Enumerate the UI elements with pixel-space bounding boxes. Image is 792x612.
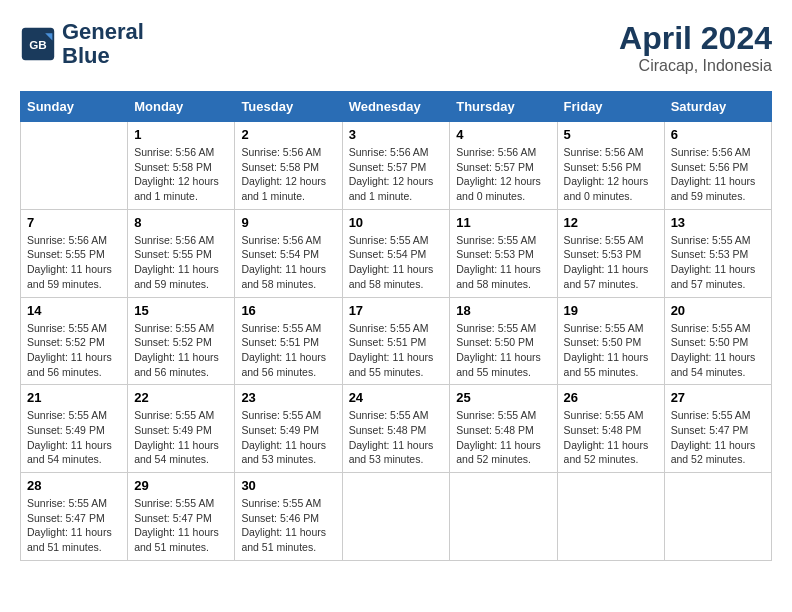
day-number: 18 xyxy=(456,303,550,318)
day-info: Sunrise: 5:55 AM Sunset: 5:50 PM Dayligh… xyxy=(456,321,550,380)
calendar-day-cell: 19Sunrise: 5:55 AM Sunset: 5:50 PM Dayli… xyxy=(557,297,664,385)
day-number: 14 xyxy=(27,303,121,318)
day-info: Sunrise: 5:55 AM Sunset: 5:49 PM Dayligh… xyxy=(241,408,335,467)
calendar-table: SundayMondayTuesdayWednesdayThursdayFrid… xyxy=(20,91,772,561)
calendar-day-cell: 21Sunrise: 5:55 AM Sunset: 5:49 PM Dayli… xyxy=(21,385,128,473)
calendar-day-cell: 2Sunrise: 5:56 AM Sunset: 5:58 PM Daylig… xyxy=(235,122,342,210)
day-info: Sunrise: 5:55 AM Sunset: 5:51 PM Dayligh… xyxy=(349,321,444,380)
day-info: Sunrise: 5:55 AM Sunset: 5:54 PM Dayligh… xyxy=(349,233,444,292)
day-info: Sunrise: 5:56 AM Sunset: 5:55 PM Dayligh… xyxy=(27,233,121,292)
calendar-day-cell: 1Sunrise: 5:56 AM Sunset: 5:58 PM Daylig… xyxy=(128,122,235,210)
calendar-header: SundayMondayTuesdayWednesdayThursdayFrid… xyxy=(21,92,772,122)
day-number: 26 xyxy=(564,390,658,405)
calendar-day-cell: 27Sunrise: 5:55 AM Sunset: 5:47 PM Dayli… xyxy=(664,385,771,473)
day-number: 3 xyxy=(349,127,444,142)
day-number: 12 xyxy=(564,215,658,230)
calendar-day-cell: 3Sunrise: 5:56 AM Sunset: 5:57 PM Daylig… xyxy=(342,122,450,210)
day-number: 8 xyxy=(134,215,228,230)
day-number: 10 xyxy=(349,215,444,230)
calendar-day-cell xyxy=(342,473,450,561)
calendar-day-cell: 6Sunrise: 5:56 AM Sunset: 5:56 PM Daylig… xyxy=(664,122,771,210)
calendar-day-cell: 30Sunrise: 5:55 AM Sunset: 5:46 PM Dayli… xyxy=(235,473,342,561)
day-number: 7 xyxy=(27,215,121,230)
page-header: GB General Blue April 2024 Ciracap, Indo… xyxy=(20,20,772,75)
calendar-day-cell xyxy=(21,122,128,210)
day-number: 23 xyxy=(241,390,335,405)
day-number: 2 xyxy=(241,127,335,142)
subtitle: Ciracap, Indonesia xyxy=(619,57,772,75)
calendar-header-row: SundayMondayTuesdayWednesdayThursdayFrid… xyxy=(21,92,772,122)
day-info: Sunrise: 5:55 AM Sunset: 5:53 PM Dayligh… xyxy=(564,233,658,292)
calendar-day-cell: 23Sunrise: 5:55 AM Sunset: 5:49 PM Dayli… xyxy=(235,385,342,473)
calendar-week-row: 1Sunrise: 5:56 AM Sunset: 5:58 PM Daylig… xyxy=(21,122,772,210)
svg-text:GB: GB xyxy=(29,39,47,52)
calendar-day-cell: 7Sunrise: 5:56 AM Sunset: 5:55 PM Daylig… xyxy=(21,209,128,297)
calendar-day-cell: 28Sunrise: 5:55 AM Sunset: 5:47 PM Dayli… xyxy=(21,473,128,561)
main-title: April 2024 xyxy=(619,20,772,57)
day-info: Sunrise: 5:55 AM Sunset: 5:48 PM Dayligh… xyxy=(349,408,444,467)
day-info: Sunrise: 5:56 AM Sunset: 5:56 PM Dayligh… xyxy=(671,145,765,204)
calendar-day-cell: 22Sunrise: 5:55 AM Sunset: 5:49 PM Dayli… xyxy=(128,385,235,473)
title-block: April 2024 Ciracap, Indonesia xyxy=(619,20,772,75)
calendar-week-row: 21Sunrise: 5:55 AM Sunset: 5:49 PM Dayli… xyxy=(21,385,772,473)
calendar-day-cell xyxy=(557,473,664,561)
day-info: Sunrise: 5:56 AM Sunset: 5:56 PM Dayligh… xyxy=(564,145,658,204)
day-info: Sunrise: 5:55 AM Sunset: 5:46 PM Dayligh… xyxy=(241,496,335,555)
day-info: Sunrise: 5:55 AM Sunset: 5:50 PM Dayligh… xyxy=(671,321,765,380)
day-info: Sunrise: 5:55 AM Sunset: 5:50 PM Dayligh… xyxy=(564,321,658,380)
calendar-day-cell: 11Sunrise: 5:55 AM Sunset: 5:53 PM Dayli… xyxy=(450,209,557,297)
day-info: Sunrise: 5:55 AM Sunset: 5:47 PM Dayligh… xyxy=(27,496,121,555)
calendar-day-cell: 16Sunrise: 5:55 AM Sunset: 5:51 PM Dayli… xyxy=(235,297,342,385)
day-number: 11 xyxy=(456,215,550,230)
day-number: 15 xyxy=(134,303,228,318)
day-info: Sunrise: 5:56 AM Sunset: 5:57 PM Dayligh… xyxy=(349,145,444,204)
calendar-day-cell: 15Sunrise: 5:55 AM Sunset: 5:52 PM Dayli… xyxy=(128,297,235,385)
day-number: 22 xyxy=(134,390,228,405)
calendar-body: 1Sunrise: 5:56 AM Sunset: 5:58 PM Daylig… xyxy=(21,122,772,561)
day-number: 1 xyxy=(134,127,228,142)
day-info: Sunrise: 5:56 AM Sunset: 5:54 PM Dayligh… xyxy=(241,233,335,292)
day-info: Sunrise: 5:55 AM Sunset: 5:52 PM Dayligh… xyxy=(134,321,228,380)
day-number: 21 xyxy=(27,390,121,405)
calendar-day-cell: 25Sunrise: 5:55 AM Sunset: 5:48 PM Dayli… xyxy=(450,385,557,473)
calendar-day-cell: 10Sunrise: 5:55 AM Sunset: 5:54 PM Dayli… xyxy=(342,209,450,297)
day-info: Sunrise: 5:55 AM Sunset: 5:51 PM Dayligh… xyxy=(241,321,335,380)
day-number: 16 xyxy=(241,303,335,318)
calendar-day-cell: 13Sunrise: 5:55 AM Sunset: 5:53 PM Dayli… xyxy=(664,209,771,297)
calendar-day-cell xyxy=(450,473,557,561)
day-info: Sunrise: 5:55 AM Sunset: 5:53 PM Dayligh… xyxy=(671,233,765,292)
calendar-day-cell: 18Sunrise: 5:55 AM Sunset: 5:50 PM Dayli… xyxy=(450,297,557,385)
calendar-day-cell: 29Sunrise: 5:55 AM Sunset: 5:47 PM Dayli… xyxy=(128,473,235,561)
calendar-day-cell: 17Sunrise: 5:55 AM Sunset: 5:51 PM Dayli… xyxy=(342,297,450,385)
day-number: 20 xyxy=(671,303,765,318)
calendar-col-header: Saturday xyxy=(664,92,771,122)
day-number: 6 xyxy=(671,127,765,142)
calendar-col-header: Wednesday xyxy=(342,92,450,122)
day-info: Sunrise: 5:55 AM Sunset: 5:48 PM Dayligh… xyxy=(456,408,550,467)
calendar-col-header: Sunday xyxy=(21,92,128,122)
calendar-col-header: Tuesday xyxy=(235,92,342,122)
calendar-col-header: Thursday xyxy=(450,92,557,122)
day-number: 24 xyxy=(349,390,444,405)
day-number: 5 xyxy=(564,127,658,142)
day-number: 27 xyxy=(671,390,765,405)
calendar-day-cell: 12Sunrise: 5:55 AM Sunset: 5:53 PM Dayli… xyxy=(557,209,664,297)
day-number: 4 xyxy=(456,127,550,142)
calendar-day-cell: 26Sunrise: 5:55 AM Sunset: 5:48 PM Dayli… xyxy=(557,385,664,473)
calendar-day-cell: 8Sunrise: 5:56 AM Sunset: 5:55 PM Daylig… xyxy=(128,209,235,297)
day-number: 19 xyxy=(564,303,658,318)
day-number: 30 xyxy=(241,478,335,493)
calendar-day-cell: 14Sunrise: 5:55 AM Sunset: 5:52 PM Dayli… xyxy=(21,297,128,385)
day-number: 25 xyxy=(456,390,550,405)
calendar-day-cell: 4Sunrise: 5:56 AM Sunset: 5:57 PM Daylig… xyxy=(450,122,557,210)
day-info: Sunrise: 5:56 AM Sunset: 5:58 PM Dayligh… xyxy=(134,145,228,204)
calendar-day-cell: 9Sunrise: 5:56 AM Sunset: 5:54 PM Daylig… xyxy=(235,209,342,297)
day-info: Sunrise: 5:55 AM Sunset: 5:47 PM Dayligh… xyxy=(671,408,765,467)
day-info: Sunrise: 5:55 AM Sunset: 5:53 PM Dayligh… xyxy=(456,233,550,292)
calendar-week-row: 28Sunrise: 5:55 AM Sunset: 5:47 PM Dayli… xyxy=(21,473,772,561)
day-info: Sunrise: 5:55 AM Sunset: 5:49 PM Dayligh… xyxy=(134,408,228,467)
day-info: Sunrise: 5:55 AM Sunset: 5:52 PM Dayligh… xyxy=(27,321,121,380)
logo-text: General Blue xyxy=(62,20,144,68)
day-info: Sunrise: 5:55 AM Sunset: 5:47 PM Dayligh… xyxy=(134,496,228,555)
day-info: Sunrise: 5:55 AM Sunset: 5:48 PM Dayligh… xyxy=(564,408,658,467)
